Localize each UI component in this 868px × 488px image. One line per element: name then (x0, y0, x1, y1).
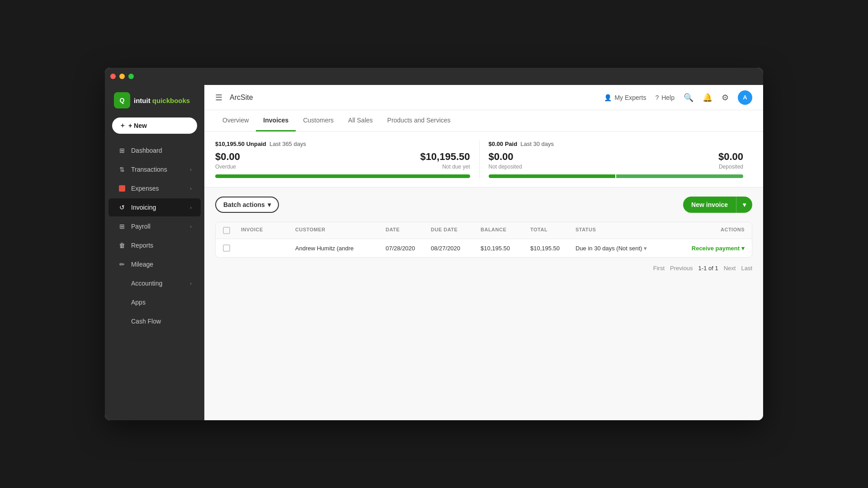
new-button-label: + New (128, 122, 147, 129)
sidebar-item-payroll[interactable]: ⊞ Payroll › (108, 217, 201, 235)
pagination: First Previous 1-1 of 1 Next Last (204, 258, 763, 279)
site-name: ArcSite (230, 94, 253, 102)
minimize-button[interactable] (119, 74, 125, 79)
tab-customers[interactable]: Customers (296, 110, 341, 131)
col-date: DATE (386, 227, 431, 234)
help-button[interactable]: ? Help (655, 94, 675, 101)
row-checkbox[interactable] (223, 244, 241, 252)
paid-progress (489, 174, 744, 178)
table-row: Andrew Humitz (andre 07/28/2020 08/27/20… (216, 239, 752, 257)
chevron-right-icon: › (190, 205, 192, 210)
hamburger-icon[interactable]: ☰ (215, 93, 222, 103)
plus-icon: ＋ (119, 122, 126, 130)
sidebar-item-transactions[interactable]: ⇅ Transactions › (108, 160, 201, 178)
chevron-right-icon: › (190, 186, 192, 191)
not-deposited-label: Not deposited (489, 164, 522, 170)
avatar-letter: A (743, 94, 747, 101)
pagination-last[interactable]: Last (741, 265, 752, 272)
my-experts-label: My Experts (614, 94, 646, 101)
close-button[interactable] (110, 74, 116, 79)
sidebar-item-label: Accounting (131, 280, 162, 287)
tab-invoices[interactable]: Invoices (256, 110, 296, 131)
my-experts-button[interactable]: 👤 My Experts (604, 94, 646, 101)
accounting-icon (118, 279, 127, 288)
unpaid-amount: $10,195.50 Unpaid (215, 141, 266, 147)
sidebar-item-cashflow[interactable]: Cash Flow (108, 312, 201, 330)
help-label: Help (661, 94, 675, 101)
sidebar-item-invoicing[interactable]: ↺ Invoicing › (108, 198, 201, 216)
sidebar-item-label: Transactions (131, 166, 167, 173)
title-bar (105, 68, 763, 85)
cell-total: $10,195.50 (530, 245, 576, 252)
fullscreen-button[interactable] (128, 74, 134, 79)
mileage-icon: ✏ (118, 260, 127, 269)
col-customer: CUSTOMER (295, 227, 386, 234)
paid-progress-fill-1 (489, 174, 616, 178)
summary-section: $10,195.50 Unpaid Last 365 days $0.00 Ov… (204, 131, 763, 188)
transactions-icon: ⇅ (118, 165, 127, 174)
sidebar-item-label: Cash Flow (131, 318, 161, 325)
sidebar-item-label: Invoicing (131, 204, 156, 211)
sidebar-item-mileage[interactable]: ✏ Mileage (108, 255, 201, 273)
status-text: Due in 30 days (Not sent) (576, 245, 642, 252)
not-due-amount: $10,195.50 (420, 151, 470, 163)
invoicing-icon: ↺ (118, 203, 127, 212)
help-icon: ? (655, 94, 659, 101)
new-button[interactable]: ＋ + New (112, 117, 197, 134)
tab-overview[interactable]: Overview (215, 110, 256, 131)
unpaid-card: $10,195.50 Unpaid Last 365 days $0.00 Ov… (215, 141, 479, 178)
reports-icon: 🗑 (118, 241, 127, 250)
deposited-amount: $0.00 (718, 151, 743, 163)
tab-products-services[interactable]: Products and Services (380, 110, 458, 131)
sidebar-item-dashboard[interactable]: ⊞ Dashboard (108, 141, 201, 160)
sidebar-item-label: Dashboard (131, 147, 162, 154)
app-window: Q intuit quickbooks ＋ + New ⊞ Dashboard … (105, 68, 763, 420)
sidebar-logo: Q intuit quickbooks (105, 85, 204, 114)
notification-icon[interactable]: 🔔 (703, 93, 712, 103)
invoice-table: INVOICE CUSTOMER DATE DUE DATE BALANCE T… (215, 222, 752, 258)
cell-date: 07/28/2020 (386, 245, 431, 252)
experts-icon: 👤 (604, 94, 612, 101)
unpaid-progress (215, 174, 470, 178)
sidebar-item-label: Mileage (131, 261, 153, 268)
settings-icon[interactable]: ⚙ (722, 93, 729, 103)
tab-all-sales[interactable]: All Sales (341, 110, 380, 131)
sidebar-item-accounting[interactable]: Accounting › (108, 274, 201, 292)
batch-actions-chevron: ▾ (268, 201, 271, 208)
sidebar-item-apps[interactable]: Apps (108, 293, 201, 311)
new-invoice-dropdown-button[interactable]: ▾ (736, 197, 752, 213)
paid-period: Last 30 days (520, 141, 554, 147)
col-actions: ACTIONS (672, 227, 745, 234)
apps-icon (118, 298, 127, 307)
unpaid-header: $10,195.50 Unpaid Last 365 days (215, 141, 470, 147)
pagination-first[interactable]: First (653, 265, 665, 272)
select-all-checkbox[interactable] (223, 227, 241, 234)
deposited-label: Deposited (718, 164, 743, 170)
chevron-right-icon: › (190, 167, 192, 172)
cell-due-date: 08/27/2020 (431, 245, 481, 252)
pagination-next[interactable]: Next (724, 265, 736, 272)
actions-bar: Batch actions ▾ New invoice ▾ (204, 188, 763, 222)
avatar[interactable]: A (738, 90, 752, 105)
sidebar-item-expenses[interactable]: Expenses › (108, 179, 201, 197)
batch-actions-label: Batch actions (223, 201, 265, 208)
receive-payment-label: Receive payment (692, 245, 740, 252)
cell-balance: $10,195.50 (481, 245, 530, 252)
chevron-right-icon: › (190, 281, 192, 286)
paid-card: $0.00 Paid Last 30 days $0.00 Not deposi… (479, 141, 753, 178)
receive-payment-button[interactable]: Receive payment ▾ (672, 245, 745, 252)
app-body: Q intuit quickbooks ＋ + New ⊞ Dashboard … (105, 85, 763, 420)
expenses-icon (118, 184, 127, 193)
pagination-previous[interactable]: Previous (670, 265, 693, 272)
not-due-label: Not due yet (420, 164, 470, 170)
status-chevron-icon[interactable]: ▾ (644, 245, 647, 252)
search-icon[interactable]: 🔍 (684, 93, 693, 103)
table-header: INVOICE CUSTOMER DATE DUE DATE BALANCE T… (216, 222, 752, 239)
page-content: $10,195.50 Unpaid Last 365 days $0.00 Ov… (204, 131, 763, 420)
sidebar-item-reports[interactable]: 🗑 Reports (108, 236, 201, 254)
sidebar: Q intuit quickbooks ＋ + New ⊞ Dashboard … (105, 85, 204, 420)
batch-actions-button[interactable]: Batch actions ▾ (215, 197, 279, 213)
cell-customer: Andrew Humitz (andre (295, 245, 386, 252)
new-invoice-button[interactable]: New invoice (683, 197, 736, 213)
sidebar-item-label: Payroll (131, 223, 151, 230)
